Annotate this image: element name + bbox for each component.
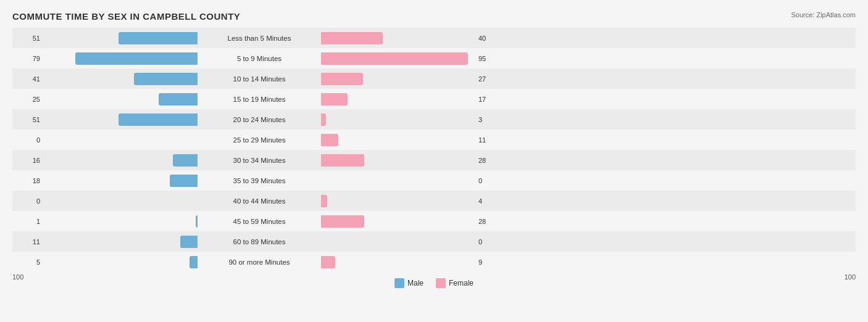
- female-value: 17: [475, 96, 506, 103]
- female-value: 4: [475, 197, 506, 205]
- female-bar: [321, 154, 364, 167]
- bar-row: 0 25 to 29 Minutes 11: [12, 130, 856, 150]
- chart-title: COMMUTE TIME BY SEX IN CAMPBELL COUNTY: [12, 11, 856, 22]
- legend-female-label: Female: [449, 279, 474, 287]
- male-value: 11: [12, 238, 43, 246]
- male-bar: [134, 73, 198, 85]
- male-bar: [196, 215, 198, 228]
- male-value: 1: [12, 218, 43, 225]
- female-bar: [321, 256, 335, 268]
- row-label: 45 to 59 Minutes: [198, 218, 321, 225]
- male-bar: [119, 114, 198, 126]
- male-value: 51: [12, 116, 43, 123]
- legend: Male Female: [394, 278, 474, 288]
- chart-area: 51 Less than 5 Minutes 40 79 5 to 9 Minu…: [12, 28, 856, 272]
- female-value: 0: [475, 238, 506, 246]
- male-bar: [119, 32, 198, 44]
- legend-male-label: Male: [407, 279, 424, 287]
- male-value: 51: [12, 35, 43, 42]
- axis-label-left: 100: [12, 273, 23, 288]
- female-value: 40: [475, 35, 506, 42]
- bar-row: 0 40 to 44 Minutes 4: [12, 191, 856, 211]
- row-label: Less than 5 Minutes: [198, 35, 321, 42]
- bar-row: 41 10 to 14 Minutes 27: [12, 68, 856, 89]
- female-bar: [321, 195, 327, 207]
- row-label: 20 to 24 Minutes: [198, 116, 321, 123]
- legend-male: Male: [394, 278, 424, 288]
- row-label: 25 to 29 Minutes: [198, 136, 321, 144]
- female-value: 95: [475, 55, 506, 62]
- male-value: 0: [12, 197, 43, 205]
- row-label: 35 to 39 Minutes: [198, 177, 321, 184]
- female-value: 28: [475, 157, 506, 164]
- male-color-swatch: [394, 278, 404, 288]
- row-label: 15 to 19 Minutes: [198, 96, 321, 103]
- male-bar: [180, 236, 198, 248]
- female-bar: [321, 93, 348, 105]
- female-bar: [321, 215, 364, 228]
- female-value: 11: [475, 136, 506, 144]
- row-label: 10 to 14 Minutes: [198, 75, 321, 83]
- male-value: 0: [12, 136, 43, 144]
- female-bar: [321, 134, 338, 146]
- female-bar: [321, 114, 326, 126]
- male-value: 18: [12, 177, 43, 184]
- male-value: 16: [12, 157, 43, 164]
- axis-labels: 100 Male Female 100: [12, 273, 856, 288]
- row-label: 60 to 89 Minutes: [198, 238, 321, 246]
- axis-label-right: 100: [845, 273, 856, 288]
- male-value: 41: [12, 75, 43, 83]
- row-label: 30 to 34 Minutes: [198, 157, 321, 164]
- female-value: 9: [475, 258, 506, 266]
- female-value: 3: [475, 116, 506, 123]
- male-value: 79: [12, 55, 43, 62]
- female-value: 28: [475, 218, 506, 225]
- bar-row: 25 15 to 19 Minutes 17: [12, 89, 856, 109]
- source-text: Source: ZipAtlas.com: [791, 11, 856, 19]
- bar-row: 5 90 or more Minutes 9: [12, 252, 856, 272]
- bar-row: 11 60 to 89 Minutes 0: [12, 231, 856, 252]
- female-value: 0: [475, 177, 506, 184]
- female-bar: [321, 52, 468, 65]
- male-bar: [159, 93, 198, 105]
- male-value: 25: [12, 96, 43, 103]
- female-value: 27: [475, 75, 506, 83]
- male-bar: [75, 52, 198, 65]
- bar-row: 18 35 to 39 Minutes 0: [12, 170, 856, 191]
- bar-row: 51 20 to 24 Minutes 3: [12, 109, 856, 130]
- row-label: 5 to 9 Minutes: [198, 55, 321, 62]
- chart-container: COMMUTE TIME BY SEX IN CAMPBELL COUNTY S…: [0, 0, 868, 322]
- female-bar: [321, 32, 383, 44]
- male-bar: [170, 175, 198, 187]
- bar-row: 79 5 to 9 Minutes 95: [12, 48, 856, 68]
- male-bar: [173, 154, 198, 167]
- bar-row: 1 45 to 59 Minutes 28: [12, 211, 856, 231]
- legend-female: Female: [436, 278, 474, 288]
- female-color-swatch: [436, 278, 446, 288]
- row-label: 90 or more Minutes: [198, 258, 321, 266]
- female-bar: [321, 73, 363, 85]
- male-bar: [190, 256, 198, 268]
- bar-row: 16 30 to 34 Minutes 28: [12, 150, 856, 170]
- row-label: 40 to 44 Minutes: [198, 197, 321, 205]
- bar-row: 51 Less than 5 Minutes 40: [12, 28, 856, 48]
- male-value: 5: [12, 258, 43, 266]
